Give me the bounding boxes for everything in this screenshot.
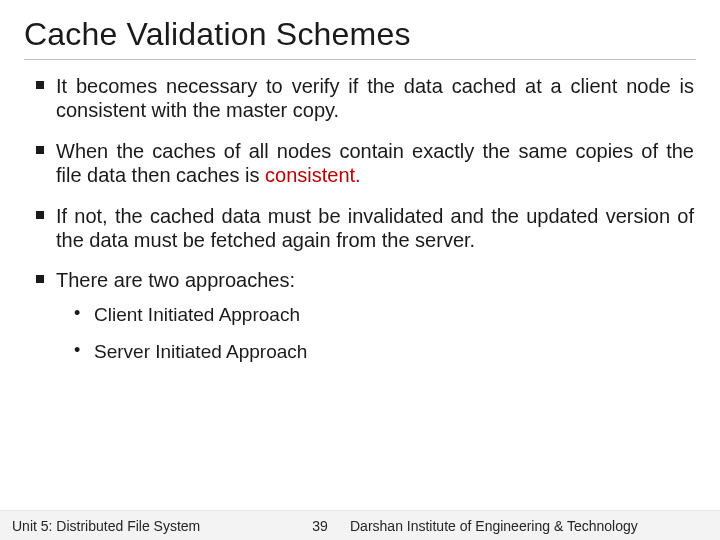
sub-bullet-item: Client Initiated Approach <box>70 303 694 327</box>
slide-title: Cache Validation Schemes <box>24 16 696 60</box>
bullet-text: There are two approaches: <box>56 269 295 291</box>
slide: Cache Validation Schemes It becomes nece… <box>0 0 720 540</box>
footer: Unit 5: Distributed File System 39 Darsh… <box>0 510 720 540</box>
sub-bullet-text: Server Initiated Approach <box>94 341 307 362</box>
footer-institute: Darshan Institute of Engineering & Techn… <box>350 518 720 534</box>
bullet-emphasis: consistent. <box>265 164 361 186</box>
sub-bullet-text: Client Initiated Approach <box>94 304 300 325</box>
bullet-text: When the caches of all nodes contain exa… <box>56 140 694 186</box>
bullet-item: There are two approaches: Client Initiat… <box>30 268 694 364</box>
slide-content: It becomes necessary to verify if the da… <box>24 74 696 364</box>
bullet-item: If not, the cached data must be invalida… <box>30 204 694 253</box>
footer-page-number: 39 <box>290 518 350 534</box>
bullet-text: If not, the cached data must be invalida… <box>56 205 694 251</box>
sub-bullet-list: Client Initiated Approach Server Initiat… <box>56 303 694 365</box>
bullet-item: When the caches of all nodes contain exa… <box>30 139 694 188</box>
bullet-list: It becomes necessary to verify if the da… <box>30 74 694 364</box>
bullet-item: It becomes necessary to verify if the da… <box>30 74 694 123</box>
footer-unit: Unit 5: Distributed File System <box>0 518 290 534</box>
sub-bullet-item: Server Initiated Approach <box>70 340 694 364</box>
bullet-text: It becomes necessary to verify if the da… <box>56 75 694 121</box>
